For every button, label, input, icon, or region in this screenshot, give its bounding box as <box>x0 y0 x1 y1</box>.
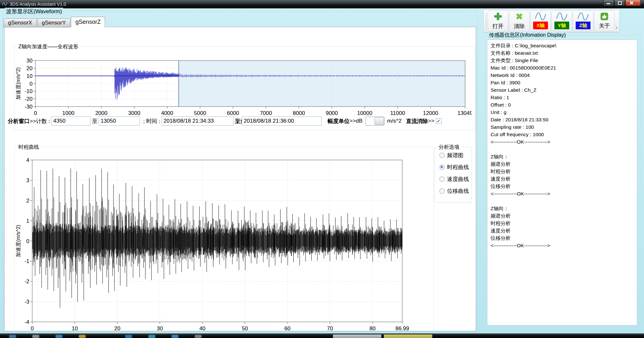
svg-text:60: 60 <box>284 325 290 332</box>
toolbar-button-打开[interactable]: 打开 <box>488 11 508 31</box>
toolbar-button-Z轴[interactable]: Z轴 <box>573 11 593 31</box>
svg-text:-2: -2 <box>24 278 29 285</box>
svg-text:30: 30 <box>26 58 33 64</box>
taskbar-icon[interactable] <box>32 335 39 338</box>
toolbar: 打开清除X轴Y轴Z轴关于 ▾ <box>483 10 620 32</box>
radio-option-速度曲线[interactable]: 速度曲线 <box>439 175 472 183</box>
svg-text:加速度(m/s^2): 加速度(m/s^2) <box>15 67 21 100</box>
tab-gSensorY[interactable]: gSensorY <box>37 18 71 27</box>
taskbar-icon[interactable] <box>55 335 63 338</box>
taskbar-icon[interactable] <box>9 335 16 338</box>
radio-option-频谱图[interactable]: 频谱图 <box>439 152 472 159</box>
taskbar-window-button[interactable] <box>384 334 433 338</box>
unit-ms2-label: m/s^2 <box>387 118 402 124</box>
radio-label: 时程曲线 <box>447 164 469 171</box>
taskbar[interactable] <box>0 333 644 338</box>
info-line: Sampling rate : 100 <box>491 123 637 131</box>
toolbar-button-label: 清除 <box>514 23 525 30</box>
count-to-input[interactable] <box>99 117 140 126</box>
svg-text:2: 2 <box>26 198 29 204</box>
svg-text:6000: 6000 <box>227 110 239 116</box>
toolbar-button-Y轴[interactable]: Y轴 <box>551 11 572 31</box>
radio-label: 频谱图 <box>447 152 463 159</box>
info-line: 时程分析 <box>491 168 637 175</box>
close-button[interactable] <box>625 0 641 6</box>
analysis-options-groupbox: 分析选项 频谱图时程曲线速度曲线位移曲线 <box>434 147 472 203</box>
svg-text:10: 10 <box>72 325 78 332</box>
svg-text:70: 70 <box>327 325 333 332</box>
taskbar-icon[interactable] <box>102 335 109 338</box>
svg-text:5000: 5000 <box>194 110 206 116</box>
svg-text:0: 0 <box>30 81 33 87</box>
bottom-chart-title: 时程曲线 <box>17 144 40 151</box>
info-line: 文件类型 : Single File <box>491 57 637 64</box>
toggle-knob[interactable] <box>375 117 384 125</box>
radio-icon[interactable] <box>439 188 445 194</box>
amplitude-unit-label: 幅度单位 <box>327 117 349 125</box>
toolbar-overflow-icon[interactable]: ▾ <box>615 27 618 31</box>
info-line: 文件目录 : C:\log_beanscape\ <box>491 42 637 49</box>
info-line: 速度分析 <box>491 175 637 183</box>
selection-region[interactable] <box>179 61 465 107</box>
dc-remove-label: 直流消除 <box>406 117 428 125</box>
info-line: <--------------OK--------------> <box>491 242 637 249</box>
svg-text:-10: -10 <box>24 88 33 94</box>
taskbar-icon[interactable] <box>171 335 179 338</box>
svg-text:9000: 9000 <box>326 110 338 116</box>
taskbar-icon[interactable] <box>79 335 86 338</box>
svg-text:8000: 8000 <box>293 110 305 116</box>
svg-text:0: 0 <box>31 325 34 332</box>
toolbar-button-清除[interactable]: 清除 <box>509 11 530 31</box>
toolbar-button-label: 打开 <box>493 23 503 30</box>
info-line: Sensor Label : Ch_Z <box>491 86 637 94</box>
svg-text:-1: -1 <box>24 258 29 264</box>
svg-text:20: 20 <box>114 325 120 332</box>
toolbar-button-X轴[interactable]: X轴 <box>530 11 551 31</box>
svg-text:1: 1 <box>26 218 29 224</box>
analysis-options-list: 频谱图时程曲线速度曲线位移曲线 <box>435 152 472 195</box>
taskbar-icon[interactable] <box>125 335 132 338</box>
sine-icon <box>556 13 568 22</box>
info-line: 时程分析 <box>491 220 637 227</box>
restore-button[interactable] <box>614 0 625 6</box>
info-line: Cut off frequency : 1000 <box>491 131 637 138</box>
svg-text:86.99: 86.99 <box>395 325 409 332</box>
info-line: <--------------OK--------------> <box>491 190 637 197</box>
plus-icon <box>494 12 502 22</box>
tab-gSensorZ[interactable]: gSensorZ <box>71 17 105 27</box>
svg-text:-4: -4 <box>24 319 29 325</box>
analysis-control-row: 分析窗口>>计数 : 至 ; 时间 : 至 幅度单位>>dB m/s^2 直流消… <box>8 116 442 126</box>
info-line: Ratio : 1 <box>491 94 637 101</box>
amplitude-unit-label-rest: >>dB <box>349 118 363 124</box>
radio-icon[interactable] <box>439 176 445 182</box>
time-from-input[interactable] <box>161 117 234 126</box>
tab-content-panel: Z轴向加速度——全程波形 3020100-10-20-3001000200030… <box>4 27 476 331</box>
time-to-input[interactable] <box>242 117 322 126</box>
radio-label: 速度曲线 <box>447 175 469 183</box>
info-group-title: 传感器信息区(Infomation Display) <box>488 32 567 39</box>
taskbar-icon[interactable] <box>195 335 202 338</box>
radio-option-时程曲线[interactable]: 时程曲线 <box>439 164 472 171</box>
radio-icon[interactable] <box>439 164 445 170</box>
info-line <box>491 197 637 205</box>
count-from-input[interactable] <box>51 117 91 126</box>
svg-text:7000: 7000 <box>260 110 272 116</box>
svg-text:0: 0 <box>26 238 29 244</box>
radio-option-位移曲线[interactable]: 位移曲线 <box>439 187 472 195</box>
tab-gSensorX[interactable]: gSensorX <box>4 18 37 27</box>
toolbar-grip[interactable] <box>485 12 487 30</box>
info-line: Unit : g <box>491 108 637 116</box>
minimize-button[interactable] <box>603 0 614 6</box>
taskbar-window-button[interactable] <box>333 334 382 338</box>
info-text-area[interactable]: 文件目录 : C:\log_beanscape\文件名称 : beanair.t… <box>487 40 637 325</box>
app-sine-icon <box>2 2 7 6</box>
info-line: Z轴向： <box>491 205 637 212</box>
title-bar: 3DS Analysis Assistant V1.0 <box>0 0 644 8</box>
svg-text:12000: 12000 <box>423 110 438 116</box>
unit-toggle-switch[interactable] <box>365 117 385 126</box>
analysis-window-label-rest: >>计数 : <box>30 117 50 125</box>
taskbar-icon[interactable] <box>148 335 155 338</box>
radio-icon[interactable] <box>439 153 445 158</box>
toolbar-button-关于[interactable]: 关于 <box>594 11 615 31</box>
dc-remove-checkbox[interactable]: ✓ <box>436 118 442 124</box>
